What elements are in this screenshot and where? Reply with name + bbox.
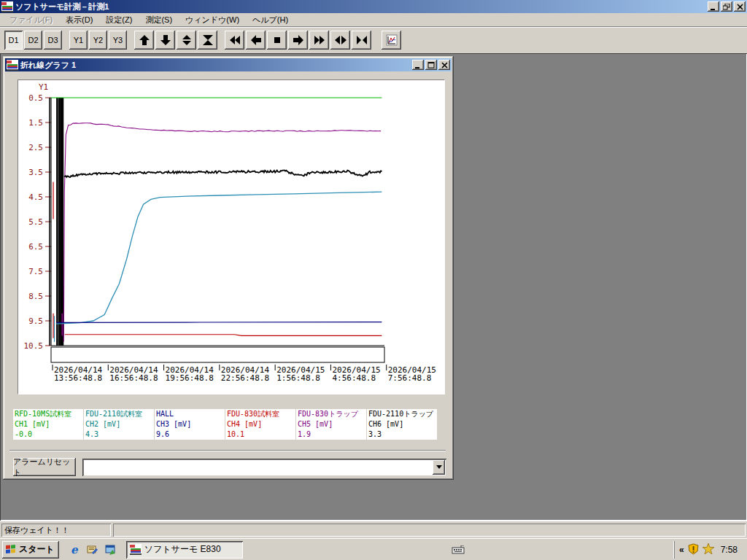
main-titlebar: ソフトサーモ計測－計測1 — [0, 0, 747, 13]
minimize-icon[interactable] — [708, 1, 719, 12]
svg-text:2.5: 2.5 — [28, 143, 43, 152]
d3-button[interactable]: D3 — [44, 31, 62, 50]
graph-window-icon — [7, 60, 18, 71]
graph-close-icon[interactable] — [438, 60, 450, 70]
taskbar-clock: 7:58 — [718, 545, 740, 555]
task-app-icon — [130, 544, 142, 555]
fast-forward-icon[interactable] — [309, 31, 329, 50]
tray-expand-chevron-icon[interactable]: « — [679, 545, 684, 555]
svg-text:3.5: 3.5 — [28, 168, 43, 177]
compress-vertical-icon[interactable] — [198, 31, 217, 50]
svg-text:8.5: 8.5 — [28, 292, 43, 301]
svg-text:1.5: 1.5 — [28, 118, 43, 128]
y2-button[interactable]: Y2 — [89, 31, 107, 50]
svg-text:7.5: 7.5 — [28, 267, 43, 276]
app-icon — [1, 1, 13, 12]
graph-maximize-icon[interactable] — [425, 60, 437, 70]
graph-controls: アラームリセット — [13, 458, 446, 476]
legend-ch5: FDU-830トラップ CH5 [mV] 1.9 — [296, 409, 366, 440]
internet-explorer-icon[interactable]: e — [68, 543, 81, 556]
system-tray: « 7:58 — [674, 541, 745, 559]
status-panel-2 — [113, 524, 746, 537]
step-left-icon[interactable] — [246, 31, 266, 50]
up-arrow-icon[interactable] — [134, 31, 154, 50]
svg-text:1:56:48.8: 1:56:48.8 — [276, 373, 320, 383]
legend-ch3: HALL CH3 [mV] 9.6 — [155, 409, 225, 440]
compress-horizontal-icon[interactable] — [352, 31, 371, 50]
svg-text:4.5: 4.5 — [28, 192, 43, 202]
divider — [9, 450, 446, 451]
svg-text:Y1: Y1 — [39, 82, 48, 92]
menu-settings[interactable]: 設定(Z) — [99, 13, 139, 27]
outlook-express-icon[interactable] — [104, 543, 117, 556]
legend-ch4: FDU-830試料室 CH4 [mV] 10.1 — [225, 409, 295, 440]
star-icon[interactable] — [703, 543, 714, 556]
y3-button[interactable]: Y3 — [109, 31, 127, 50]
graph-window: 折れ線グラフ 1 Y10.51.52.53.54.55.56.57.58.59.… — [3, 56, 454, 480]
svg-text:6.5: 6.5 — [28, 242, 43, 252]
svg-text:16:56:48.8: 16:56:48.8 — [109, 373, 158, 383]
menu-measure[interactable]: 測定(S) — [139, 13, 179, 27]
y1-button[interactable]: Y1 — [69, 31, 88, 50]
keyboard-input-icon[interactable] — [452, 543, 465, 556]
svg-text:0.5: 0.5 — [28, 93, 43, 103]
show-desktop-icon[interactable] — [86, 543, 99, 556]
mdi-area: 折れ線グラフ 1 Y10.51.52.53.54.55.56.57.58.59.… — [0, 53, 747, 521]
legend-ch2: FDU-2110試料室 CH2 [mV] 4.3 — [84, 409, 154, 440]
down-arrow-icon[interactable] — [155, 31, 175, 50]
menu-file[interactable]: ファイル(F) — [3, 13, 59, 27]
line-chart-svg: Y10.51.52.53.54.55.56.57.58.59.510.52026… — [18, 80, 444, 394]
security-shield-icon[interactable] — [688, 543, 699, 556]
channel-legend: RFD-10MS試料室 CH1 [mV] -0.0 FDU-2110試料室 CH… — [13, 409, 437, 440]
chevron-down-icon[interactable] — [433, 460, 445, 475]
stop-icon[interactable] — [267, 31, 287, 50]
menu-window[interactable]: ウィンドウ(W) — [179, 13, 246, 27]
d2-button[interactable]: D2 — [24, 31, 42, 50]
taskbar-task-softthermo[interactable]: ソフトサーモ E830 — [126, 541, 243, 559]
start-button[interactable]: スタート — [2, 541, 59, 559]
menu-help[interactable]: ヘルプ(H) — [246, 13, 295, 27]
alarm-combobox-value[interactable] — [84, 460, 433, 475]
svg-text:4:56:48.8: 4:56:48.8 — [332, 373, 376, 383]
legend-ch1: RFD-10MS試料室 CH1 [mV] -0.0 — [13, 409, 83, 440]
menu-view[interactable]: 表示(D) — [59, 13, 99, 27]
window-title: ソフトサーモ計測－計測1 — [13, 1, 708, 12]
svg-text:19:56:48.8: 19:56:48.8 — [166, 373, 214, 383]
chart-display-icon[interactable] — [382, 31, 401, 50]
quick-launch: e — [68, 543, 117, 556]
restore-icon[interactable] — [721, 1, 732, 12]
graph-minimize-icon[interactable] — [412, 60, 424, 70]
close-icon[interactable] — [734, 1, 746, 12]
expand-horizontal-icon[interactable] — [330, 31, 350, 50]
graph-window-titlebar: 折れ線グラフ 1 — [5, 58, 452, 71]
svg-text:13:56:48.8: 13:56:48.8 — [54, 373, 102, 383]
graph-window-body: Y10.51.52.53.54.55.56.57.58.59.510.52026… — [5, 71, 452, 478]
svg-text:9.5: 9.5 — [28, 316, 43, 326]
svg-text:10.5: 10.5 — [24, 341, 44, 351]
svg-text:22:56:48.8: 22:56:48.8 — [221, 373, 269, 383]
windows-logo-icon — [5, 545, 17, 555]
toolbar: D1 D2 D3 Y1 Y2 Y3 — [0, 27, 747, 53]
graph-window-title: 折れ線グラフ 1 — [18, 60, 412, 71]
svg-text:7:56:48.8: 7:56:48.8 — [388, 373, 432, 383]
taskbar: スタート e ソフトサーモ E830 « 7:58 — [0, 538, 747, 560]
menubar: ファイル(F) 表示(D) 設定(Z) 測定(S) ウィンドウ(W) ヘルプ(H… — [0, 13, 747, 27]
alarm-combobox[interactable] — [82, 459, 446, 476]
status-bar: 保存ウェイト！！ — [0, 521, 747, 538]
svg-text:5.5: 5.5 — [28, 217, 43, 227]
expand-vertical-icon[interactable] — [177, 31, 196, 50]
d1-button[interactable]: D1 — [4, 31, 23, 50]
legend-ch6: FDU-2110トラップ CH6 [mV] 3.3 — [367, 409, 437, 440]
desktop: { "window": { "title": "ソフトサーモ計測－計測1" },… — [0, 0, 747, 560]
status-message: 保存ウェイト！！ — [1, 524, 111, 537]
chart-panel: Y10.51.52.53.54.55.56.57.58.59.510.52026… — [18, 79, 445, 394]
alarm-reset-button[interactable]: アラームリセット — [13, 458, 76, 476]
step-right-icon[interactable] — [288, 31, 308, 50]
rewind-icon[interactable] — [225, 31, 244, 50]
